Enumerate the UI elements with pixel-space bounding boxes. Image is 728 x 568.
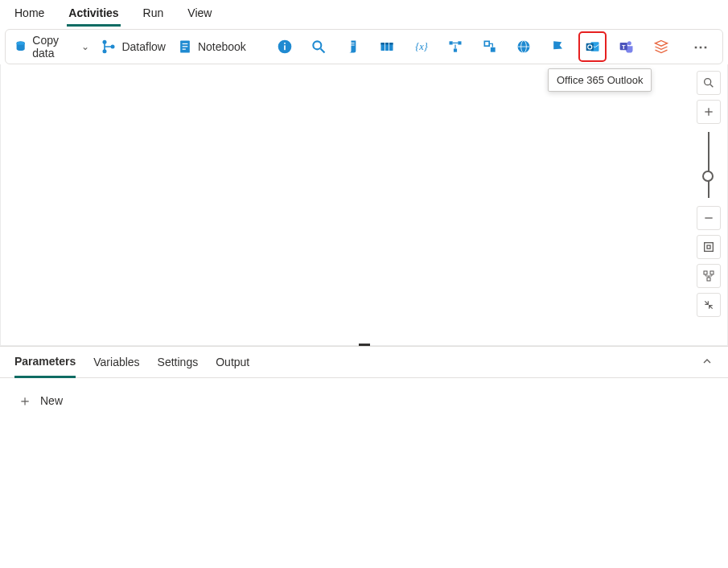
lookup-button[interactable] [307, 34, 331, 60]
svg-rect-40 [705, 243, 714, 252]
invoke-pipeline-button[interactable] [479, 34, 502, 60]
dataflow-label: Dataflow [121, 40, 165, 53]
pipeline-canvas[interactable] [0, 64, 728, 346]
teams-button[interactable]: T [615, 34, 639, 60]
menu-view[interactable]: View [186, 5, 213, 24]
svg-rect-17 [381, 43, 393, 45]
svg-point-12 [313, 41, 321, 49]
svg-rect-43 [710, 271, 714, 274]
columns-icon [379, 39, 395, 55]
panel-body: ＋ New [0, 378, 728, 423]
svg-line-13 [321, 49, 325, 53]
search-icon [702, 76, 715, 89]
panel-tabs: Parameters Variables Settings Output [0, 347, 728, 378]
activities-toolbar: Copy data ⌄ Dataflow Notebook [5, 29, 723, 64]
svg-rect-14 [350, 43, 354, 43]
properties-panel: Parameters Variables Settings Output ＋ N… [0, 346, 728, 423]
search-icon [311, 39, 327, 55]
more-button[interactable]: ⋯ [689, 38, 714, 56]
azure-button[interactable] [547, 34, 570, 60]
svg-rect-8 [183, 49, 186, 50]
menu-bar: Home Activities Run View [0, 0, 728, 26]
script-icon [345, 39, 361, 55]
pipeline-button[interactable] [444, 34, 467, 60]
outlook-icon [585, 39, 601, 55]
zoom-out-button[interactable] [697, 206, 721, 230]
notebook-button[interactable]: Notebook [177, 30, 246, 64]
svg-rect-25 [491, 47, 496, 52]
svg-rect-10 [284, 45, 286, 50]
svg-rect-23 [454, 49, 457, 52]
collapse-icon [702, 298, 715, 311]
pipeline-icon [447, 39, 463, 55]
copy-data-icon [14, 39, 27, 55]
minus-icon [702, 212, 715, 224]
tab-output[interactable]: Output [216, 356, 249, 377]
set-variable-button[interactable]: {x} [409, 34, 433, 60]
svg-rect-24 [484, 41, 489, 46]
fit-icon [702, 241, 715, 253]
tab-parameters[interactable]: Parameters [14, 355, 76, 378]
canvas-search-button[interactable] [697, 71, 721, 95]
chevron-up-icon [701, 355, 714, 368]
menu-home[interactable]: Home [13, 5, 46, 24]
svg-rect-6 [183, 43, 188, 44]
svg-rect-44 [707, 278, 710, 281]
copy-data-label: Copy data [32, 34, 76, 60]
notebook-label: Notebook [198, 40, 246, 53]
info-button[interactable] [273, 34, 296, 60]
menu-run[interactable]: Run [142, 5, 166, 24]
outlook-button[interactable] [581, 34, 604, 60]
collapse-canvas-button[interactable] [697, 293, 721, 317]
svg-rect-7 [183, 46, 188, 47]
menu-activities[interactable]: Activities [67, 5, 120, 27]
svg-rect-11 [284, 43, 286, 44]
tab-variables[interactable]: Variables [93, 356, 139, 377]
chevron-down-icon: ⌄ [81, 41, 89, 52]
svg-rect-21 [450, 41, 453, 44]
layers-icon [653, 39, 669, 55]
notebook-icon [177, 39, 193, 55]
svg-point-32 [627, 41, 631, 45]
svg-rect-42 [704, 271, 707, 274]
canvas-controls [697, 71, 721, 317]
tab-settings[interactable]: Settings [158, 356, 199, 377]
new-parameter-button[interactable]: ＋ New [18, 391, 710, 410]
auto-layout-icon [702, 270, 715, 282]
zoom-in-button[interactable] [697, 100, 721, 124]
auto-layout-button[interactable] [697, 264, 721, 288]
svg-point-35 [705, 79, 711, 85]
svg-rect-41 [707, 245, 710, 249]
web-button[interactable] [512, 34, 536, 60]
globe-icon [516, 39, 532, 55]
invoke-pipeline-icon [482, 39, 498, 55]
svg-line-36 [710, 84, 713, 87]
stored-procedure-button[interactable] [376, 34, 399, 60]
dataflow-icon [101, 39, 117, 55]
zoom-slider[interactable] [708, 132, 709, 198]
new-label: New [40, 394, 63, 407]
teams-icon: T [619, 39, 635, 55]
script-button[interactable] [341, 34, 364, 60]
svg-point-1 [17, 42, 25, 45]
fit-screen-button[interactable] [697, 235, 721, 259]
layers-button[interactable] [649, 34, 672, 60]
dataflow-button[interactable]: Dataflow [101, 30, 165, 64]
svg-rect-15 [350, 45, 354, 46]
svg-rect-22 [459, 41, 462, 44]
info-icon [277, 39, 293, 55]
plus-icon [702, 105, 715, 118]
svg-text:{x}: {x} [415, 41, 428, 52]
copy-data-button[interactable]: Copy data ⌄ [14, 30, 89, 64]
zoom-slider-thumb[interactable] [702, 171, 714, 182]
panel-collapse-button[interactable] [701, 355, 714, 370]
svg-text:T: T [622, 43, 626, 51]
flag-icon [550, 39, 566, 55]
outlook-tooltip: Office 365 Outlook [548, 68, 652, 92]
plus-icon: ＋ [18, 391, 32, 410]
svg-rect-30 [586, 43, 593, 51]
variable-icon: {x} [413, 39, 430, 55]
